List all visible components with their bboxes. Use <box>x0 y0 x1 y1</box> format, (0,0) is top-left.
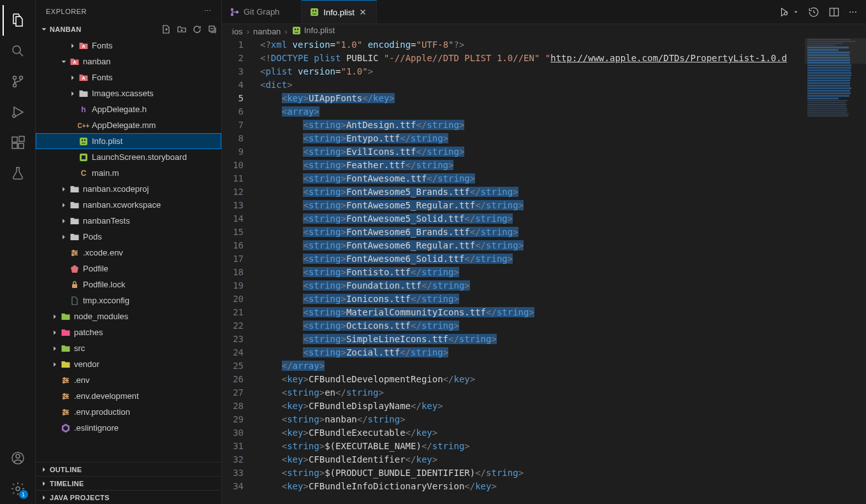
code-editor[interactable]: 1<?xml version="1.0" encoding="UTF-8"?>2… <box>222 38 805 504</box>
tree-row[interactable]: Images.xcassets <box>36 85 221 101</box>
code-line[interactable]: 10 <string>Feather.ttf</string> <box>222 159 805 172</box>
activity-accounts[interactable] <box>3 443 33 473</box>
tree-row[interactable]: .eslintignore <box>36 420 221 436</box>
tree-row[interactable]: Ananban <box>36 54 221 69</box>
minimap[interactable] <box>805 38 866 504</box>
svg-point-3 <box>13 84 16 87</box>
code-line[interactable]: 17 <string>FontAwesome6_Solid.ttf</strin… <box>222 252 805 266</box>
tree-row[interactable]: Pods <box>36 229 221 245</box>
chevron-right-icon <box>68 73 78 82</box>
code-line[interactable]: 19 <string>Foundation.ttf</string> <box>222 279 805 292</box>
refresh-icon[interactable] <box>192 24 202 34</box>
tree-row[interactable]: .env.development <box>36 388 221 404</box>
tree-row[interactable]: Cmain.m <box>36 165 221 181</box>
code-line[interactable]: 31 <string>$(EXECUTABLE_NAME)</string> <box>222 440 805 453</box>
minimap-viewport[interactable] <box>805 38 866 64</box>
code-line[interactable]: 21 <string>MaterialCommunityIcons.ttf</s… <box>222 306 805 319</box>
code-line[interactable]: 30 <key>CFBundleExecutable</key> <box>222 426 805 440</box>
tree-row[interactable]: src <box>36 340 221 356</box>
code-line[interactable]: 14 <string>FontAwesome5_Solid.ttf</strin… <box>222 212 805 226</box>
code-line[interactable]: 15 <string>FontAwesome6_Brands.ttf</stri… <box>222 226 805 239</box>
tree-row[interactable]: node_modules <box>36 308 221 324</box>
close-icon[interactable] <box>358 8 369 17</box>
activity-testing[interactable] <box>3 158 33 189</box>
breadcrumb-segment[interactable]: ios <box>232 27 243 36</box>
tree-item-label: Pods <box>83 232 102 241</box>
code-line[interactable]: 9 <string>EvilIcons.ttf</string> <box>222 145 805 159</box>
tree-row[interactable]: .xcode.env <box>36 245 221 261</box>
tree-row[interactable]: tmp.xcconfig <box>36 292 221 308</box>
storyboard-icon <box>78 152 89 162</box>
code-line[interactable]: 33 <string>$(PRODUCT_BUNDLE_IDENTIFIER)<… <box>222 466 805 480</box>
code-line[interactable]: 22 <string>Octicons.ttf</string> <box>222 319 805 333</box>
chevron-down-icon[interactable] <box>793 9 799 15</box>
code-line[interactable]: 34 <key>CFBundleInfoDictionaryVersion</k… <box>222 480 805 493</box>
new-file-icon[interactable] <box>161 24 172 34</box>
code-line[interactable]: 20 <string>Ionicons.ttf</string> <box>222 292 805 306</box>
new-folder-icon[interactable] <box>177 24 187 34</box>
sidebar-more-icon[interactable]: ⋯ <box>204 7 212 15</box>
section-outline[interactable]: OUTLINE <box>36 462 221 476</box>
tree-row[interactable]: nanbanTests <box>36 213 221 229</box>
breadcrumb-segment[interactable]: nanban <box>253 27 281 36</box>
tree-row[interactable]: AFonts <box>36 69 221 85</box>
code-line[interactable]: 32 <key>CFBundleIdentifier</key> <box>222 453 805 466</box>
collapse-all-icon[interactable] <box>207 24 217 34</box>
tree-row[interactable]: .env <box>36 372 221 388</box>
split-editor-icon[interactable] <box>828 6 840 18</box>
tree-row[interactable]: vendor <box>36 356 221 372</box>
code-line[interactable]: 28 <key>CFBundleDisplayName</key> <box>222 400 805 413</box>
editor-tab[interactable]: Git Graph <box>222 0 302 24</box>
editor-tab[interactable]: Info.plist <box>302 0 376 24</box>
tree-row[interactable]: C++AppDelegate.mm <box>36 117 221 133</box>
activity-extensions[interactable] <box>3 127 33 158</box>
tree-row[interactable]: nanban.xcodeproj <box>36 181 221 197</box>
tree-row[interactable]: .env.production <box>36 404 221 420</box>
activity-explorer[interactable] <box>3 5 33 36</box>
activity-settings[interactable]: 1 <box>3 473 33 504</box>
code-line[interactable]: 5 <key>UIAppFonts</key> <box>222 92 805 105</box>
code-line[interactable]: 2<!DOCTYPE plist PUBLIC "-//Apple//DTD P… <box>222 52 805 65</box>
code-line[interactable]: 13 <string>FontAwesome5_Regular.ttf</str… <box>222 199 805 212</box>
tree-row[interactable]: Info.plist <box>36 133 221 149</box>
code-line[interactable]: 1<?xml version="1.0" encoding="UTF-8"?> <box>222 38 805 52</box>
tree-row[interactable]: AFonts <box>36 38 221 54</box>
code-line[interactable]: 6 <array> <box>222 105 805 119</box>
code-line[interactable]: 4<dict> <box>222 78 805 92</box>
tree-row[interactable]: Podfile <box>36 261 221 277</box>
code-line[interactable]: 7 <string>AntDesign.ttf</string> <box>222 119 805 132</box>
section-timeline[interactable]: TIMELINE <box>36 476 221 490</box>
more-icon[interactable]: ⋯ <box>849 7 857 17</box>
code-line[interactable]: 27 <string>en</string> <box>222 386 805 400</box>
tree-row[interactable]: nanban.xcworkspace <box>36 197 221 213</box>
tree-row[interactable]: LaunchScreen.storyboard <box>36 149 221 165</box>
code-line[interactable]: 18 <string>Fontisto.ttf</string> <box>222 266 805 279</box>
code-line[interactable]: 3<plist version="1.0"> <box>222 65 805 78</box>
tree-row[interactable]: Podfile.lock <box>36 277 221 292</box>
history-icon[interactable] <box>808 6 819 18</box>
activity-search[interactable] <box>3 36 33 66</box>
code-line[interactable]: 8 <string>Entypo.ttf</string> <box>222 132 805 145</box>
code-line[interactable]: 12 <string>FontAwesome5_Brands.ttf</stri… <box>222 185 805 199</box>
breadcrumb-segment[interactable]: Info.plist <box>291 25 335 38</box>
code-line[interactable]: 16 <string>FontAwesome6_Regular.ttf</str… <box>222 239 805 252</box>
editor-tabs: Git GraphInfo.plist ⋯ <box>222 0 866 24</box>
activity-source-control[interactable] <box>3 66 33 97</box>
code-line[interactable]: 24 <string>Zocial.ttf</string> <box>222 346 805 359</box>
code-line[interactable]: 26 <key>CFBundleDevelopmentRegion</key> <box>222 373 805 386</box>
code-line[interactable]: 29 <string>nanban</string> <box>222 413 805 426</box>
code-line[interactable]: 25 </array> <box>222 359 805 373</box>
section-root[interactable]: NANBAN <box>36 22 221 36</box>
activity-run-debug[interactable] <box>3 97 33 127</box>
code-line[interactable]: 23 <string>SimpleLineIcons.ttf</string> <box>222 333 805 346</box>
chevron-right-icon <box>68 41 78 50</box>
sidebar: EXPLORER ⋯ NANBAN AFontsAnanbanAFontsIma… <box>36 0 222 504</box>
code-line[interactable]: 11 <string>FontAwesome.ttf</string> <box>222 172 805 185</box>
tree-item-label: nanban <box>83 57 110 66</box>
breadcrumb[interactable]: ios›nanban›Info.plist <box>222 24 866 38</box>
tree-row[interactable]: hAppDelegate.h <box>36 101 221 117</box>
run-icon[interactable] <box>779 6 790 18</box>
tree-row[interactable]: patches <box>36 324 221 340</box>
file-tree[interactable]: AFontsAnanbanAFontsImages.xcassetshAppDe… <box>36 36 221 462</box>
section-java[interactable]: JAVA PROJECTS <box>36 490 221 504</box>
